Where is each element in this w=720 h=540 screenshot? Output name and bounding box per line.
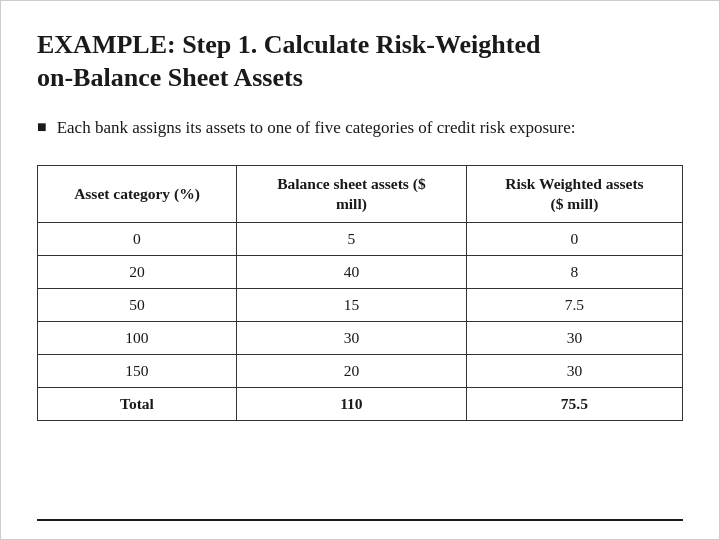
cell-category: Total xyxy=(38,387,237,420)
cell-risk-weighted: 7.5 xyxy=(466,288,682,321)
cell-balance: 40 xyxy=(236,255,466,288)
bullet-section: ■ Each bank assigns its assets to one of… xyxy=(37,116,683,141)
cell-balance: 5 xyxy=(236,222,466,255)
col-header-balance: Balance sheet assets ($mill) xyxy=(236,165,466,222)
cell-risk-weighted: 75.5 xyxy=(466,387,682,420)
title-line2: on-Balance Sheet Assets xyxy=(37,63,303,92)
slide: EXAMPLE: Step 1. Calculate Risk-Weighted… xyxy=(0,0,720,540)
cell-risk-weighted: 0 xyxy=(466,222,682,255)
cell-category: 100 xyxy=(38,321,237,354)
table-row: 50157.5 xyxy=(38,288,683,321)
cell-risk-weighted: 30 xyxy=(466,321,682,354)
cell-balance: 30 xyxy=(236,321,466,354)
cell-category: 20 xyxy=(38,255,237,288)
cell-risk-weighted: 30 xyxy=(466,354,682,387)
cell-balance: 15 xyxy=(236,288,466,321)
bullet-text: Each bank assigns its assets to one of f… xyxy=(57,116,576,141)
cell-category: 0 xyxy=(38,222,237,255)
bottom-divider xyxy=(37,519,683,521)
table-row: 1003030 xyxy=(38,321,683,354)
table-row: 050 xyxy=(38,222,683,255)
cell-balance: 110 xyxy=(236,387,466,420)
title-line1: EXAMPLE: Step 1. Calculate Risk-Weighted xyxy=(37,30,540,59)
table-row: 1502030 xyxy=(38,354,683,387)
slide-title: EXAMPLE: Step 1. Calculate Risk-Weighted… xyxy=(37,29,683,94)
cell-category: 150 xyxy=(38,354,237,387)
risk-table: Asset category (%) Balance sheet assets … xyxy=(37,165,683,421)
table-row: 20408 xyxy=(38,255,683,288)
col-header-category: Asset category (%) xyxy=(38,165,237,222)
cell-risk-weighted: 8 xyxy=(466,255,682,288)
table-header-row: Asset category (%) Balance sheet assets … xyxy=(38,165,683,222)
cell-balance: 20 xyxy=(236,354,466,387)
table-body: 0502040850157.510030301502030Total11075.… xyxy=(38,222,683,420)
table-row: Total11075.5 xyxy=(38,387,683,420)
col-header-risk: Risk Weighted assets($ mill) xyxy=(466,165,682,222)
cell-category: 50 xyxy=(38,288,237,321)
bullet-icon: ■ xyxy=(37,118,47,136)
data-table-container: Asset category (%) Balance sheet assets … xyxy=(37,165,683,421)
